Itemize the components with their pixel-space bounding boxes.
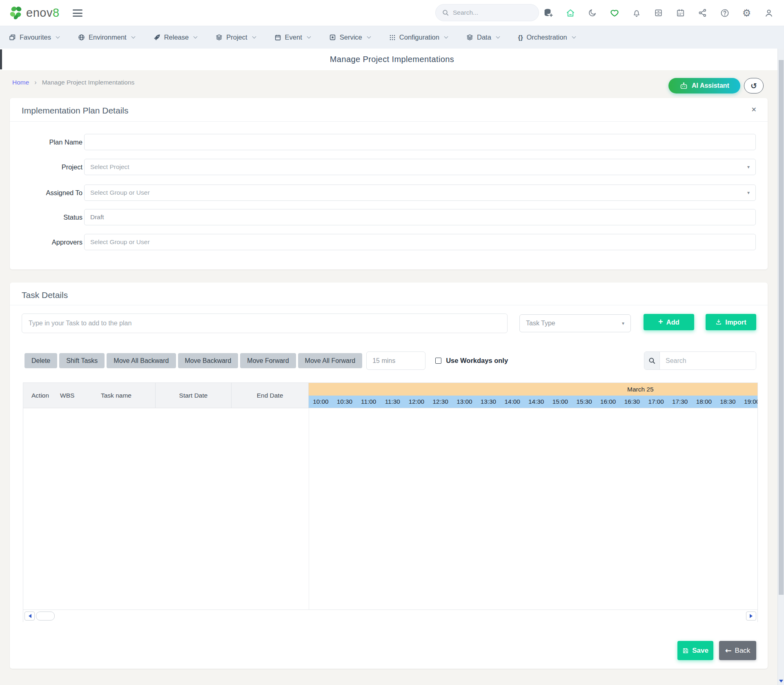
windows-icon [9, 34, 16, 41]
task-search-input[interactable] [660, 352, 756, 369]
brand-name: enov8 [26, 7, 60, 19]
nav-item-favourites[interactable]: Favourites [9, 33, 59, 41]
time-tick: 10:30 [333, 396, 357, 408]
approvers-placeholder: Select Group or User [90, 238, 150, 246]
chevron-down-icon [56, 35, 60, 39]
status-field: Draft [84, 209, 756, 225]
back-button[interactable]: ← Back [719, 641, 756, 660]
robot-icon [679, 82, 688, 90]
assigned-to-row: Assigned To Select Group or User ▾ [10, 185, 768, 201]
database-add-icon[interactable] [543, 8, 553, 18]
help-icon[interactable] [719, 8, 730, 18]
scroll-left-button[interactable] [24, 612, 35, 621]
nav-item-orchestration[interactable]: {} Orchestration [518, 33, 575, 41]
time-tick: 12:00 [405, 396, 429, 408]
add-task-button[interactable]: + Add [644, 314, 694, 330]
time-tick: 11:00 [356, 396, 381, 408]
scroll-down-button[interactable] [778, 678, 784, 685]
calendar-icon[interactable] [675, 8, 686, 18]
nav-item-service[interactable]: Service [329, 33, 370, 41]
bell-notifications-icon[interactable] [631, 8, 641, 18]
gantt-table: Action WBS Task name Start Date End Date… [23, 383, 758, 622]
user-profile-icon[interactable] [764, 8, 774, 18]
use-workdays-label: Use Workdays only [446, 357, 508, 365]
task-type-select[interactable]: Task Type ▾ [519, 314, 631, 332]
shift-tasks-button[interactable]: Shift Tasks [59, 353, 105, 368]
delete-button[interactable]: Delete [24, 353, 57, 368]
nav-item-configuration[interactable]: Configuration [389, 33, 448, 41]
gantt-header: Action WBS Task name Start Date End Date… [23, 383, 757, 408]
nav-item-event[interactable]: Event [274, 33, 310, 41]
nav-item-environment[interactable]: Environment [78, 33, 135, 41]
archive-drawer-icon[interactable] [653, 8, 664, 18]
move-all-forward-button[interactable]: Move All Forward [298, 353, 363, 368]
ai-assistant-button[interactable]: AI Assistant [668, 78, 740, 93]
layers-icon [466, 34, 473, 41]
rocket-icon [154, 34, 160, 41]
timeline-header: March 25 10:00 10:30 11:00 11:30 12:00 1… [309, 383, 757, 408]
vertical-scrollbar[interactable] [777, 49, 784, 685]
arrow-left-icon: ← [725, 647, 732, 654]
chevron-down-icon [367, 35, 371, 39]
heart-favourites-icon[interactable] [609, 8, 619, 18]
scroll-right-button[interactable] [746, 612, 756, 621]
status-value: Draft [90, 214, 104, 221]
save-button[interactable]: Save [677, 641, 713, 660]
time-tick: 12:30 [428, 396, 452, 408]
breadcrumb-home-link[interactable]: Home [12, 79, 29, 86]
scrollbar-thumb[interactable] [36, 612, 55, 621]
chevron-down-icon [496, 35, 500, 39]
caret-down-icon: ▾ [747, 190, 750, 196]
nav-item-project[interactable]: Project [216, 33, 255, 41]
grid-icon [389, 34, 396, 41]
plan-name-field-wrap [84, 134, 756, 150]
task-details-card: Task Details Task Type ▾ + Add Import De… [10, 282, 768, 669]
use-workdays-checkbox[interactable] [435, 358, 441, 364]
workdays-toggle: Use Workdays only [435, 357, 508, 365]
global-search[interactable] [435, 4, 539, 21]
gantt-body-empty[interactable] [23, 408, 757, 609]
chevron-down-icon [572, 35, 576, 39]
time-tick: 10:00 [309, 396, 333, 408]
plus-icon: + [658, 318, 663, 326]
divider [10, 305, 768, 305]
vertical-scrollbar-thumb[interactable] [779, 60, 784, 595]
import-button[interactable]: Import [706, 314, 756, 330]
move-backward-button[interactable]: Move Backward [178, 353, 238, 368]
settings-gear-icon[interactable]: ⚙ [742, 8, 752, 18]
import-download-icon [715, 319, 722, 325]
global-search-input[interactable] [453, 9, 532, 16]
enov8-logo[interactable]: enov8 [8, 4, 60, 21]
home-icon[interactable] [565, 8, 575, 18]
status-label: Status [10, 209, 82, 225]
time-tick: 14:30 [524, 396, 548, 408]
assigned-to-select[interactable]: Select Group or User ▾ [84, 185, 756, 201]
chevron-down-icon [194, 35, 198, 39]
close-icon[interactable]: ✕ [751, 106, 757, 113]
task-search [644, 351, 756, 370]
move-forward-button[interactable]: Move Forward [240, 353, 296, 368]
search-icon [644, 352, 660, 369]
approvers-select[interactable]: Select Group or User [84, 234, 756, 250]
shift-interval-input[interactable] [366, 351, 425, 370]
approvers-row: Approvers Select Group or User [10, 234, 768, 250]
task-card-title: Task Details [22, 290, 68, 300]
history-button[interactable]: ↺ [744, 78, 764, 93]
plan-name-input[interactable] [90, 138, 750, 146]
approvers-label: Approvers [10, 234, 82, 250]
project-select[interactable]: Select Project ▾ [84, 159, 756, 175]
share-icon[interactable] [697, 8, 708, 18]
nav-item-release[interactable]: Release [154, 33, 197, 41]
moon-dark-mode-icon[interactable] [587, 8, 597, 18]
plan-name-label: Plan Name [10, 134, 82, 150]
chevron-down-icon [252, 35, 256, 39]
gantt-horizontal-scrollbar [23, 609, 757, 622]
globe-icon [78, 34, 85, 41]
hamburger-menu-icon[interactable] [73, 9, 82, 19]
sidebar-collapsed-notch[interactable] [0, 49, 2, 69]
time-tick: 16:30 [620, 396, 644, 408]
move-all-backward-button[interactable]: Move All Backward [107, 353, 176, 368]
time-tick: 11:30 [381, 396, 405, 408]
nav-item-data[interactable]: Data [466, 33, 499, 41]
task-name-input[interactable] [22, 314, 508, 333]
